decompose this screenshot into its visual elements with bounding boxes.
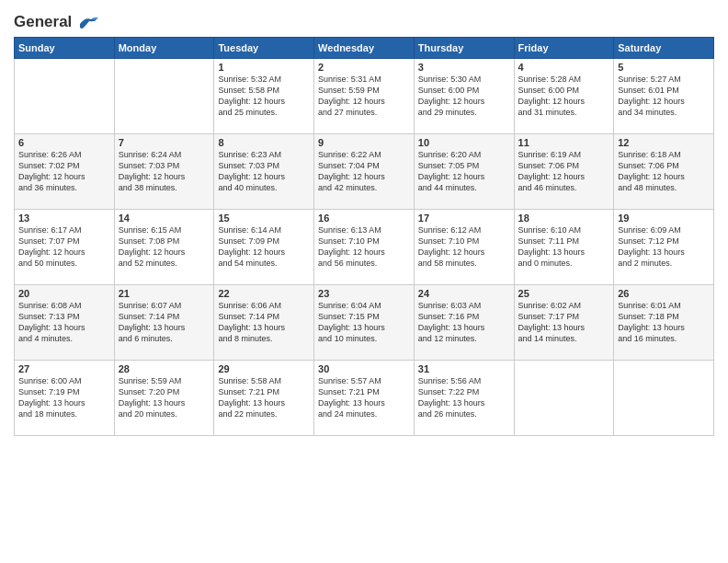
day-number: 27 (18, 363, 110, 374)
header: General (14, 9, 714, 31)
day-cell: 15Sunrise: 6:14 AM Sunset: 7:09 PM Dayli… (214, 209, 314, 284)
day-cell: 2Sunrise: 5:31 AM Sunset: 5:59 PM Daylig… (314, 58, 415, 133)
day-cell: 7Sunrise: 6:24 AM Sunset: 7:03 PM Daylig… (114, 133, 214, 209)
day-number: 19 (618, 213, 710, 224)
day-number: 31 (418, 363, 510, 374)
day-info: Sunrise: 5:27 AM Sunset: 6:01 PM Dayligh… (618, 74, 710, 119)
day-info: Sunrise: 6:24 AM Sunset: 7:03 PM Dayligh… (119, 149, 210, 194)
day-number: 9 (318, 137, 410, 148)
day-cell (614, 360, 714, 435)
day-header-friday: Friday (514, 37, 614, 58)
day-cell (15, 58, 115, 133)
day-cell: 22Sunrise: 6:06 AM Sunset: 7:14 PM Dayli… (214, 284, 314, 360)
day-number: 17 (418, 213, 510, 224)
calendar-header: SundayMondayTuesdayWednesdayThursdayFrid… (15, 37, 714, 58)
day-header-thursday: Thursday (414, 37, 514, 58)
day-cell: 6Sunrise: 6:26 AM Sunset: 7:02 PM Daylig… (15, 133, 115, 209)
day-cell: 20Sunrise: 6:08 AM Sunset: 7:13 PM Dayli… (15, 284, 115, 360)
day-info: Sunrise: 6:17 AM Sunset: 7:07 PM Dayligh… (18, 224, 110, 270)
day-info: Sunrise: 6:08 AM Sunset: 7:13 PM Dayligh… (18, 300, 110, 345)
calendar-table: SundayMondayTuesdayWednesdayThursdayFrid… (14, 37, 714, 436)
week-row-2: 6Sunrise: 6:26 AM Sunset: 7:02 PM Daylig… (15, 133, 714, 209)
logo-text: General (14, 13, 98, 31)
day-cell: 9Sunrise: 6:22 AM Sunset: 7:04 PM Daylig… (314, 133, 415, 209)
day-number: 26 (618, 288, 710, 299)
day-cell: 14Sunrise: 6:15 AM Sunset: 7:08 PM Dayli… (114, 209, 214, 284)
day-cell: 23Sunrise: 6:04 AM Sunset: 7:15 PM Dayli… (314, 284, 415, 360)
day-number: 11 (518, 137, 610, 148)
day-info: Sunrise: 6:18 AM Sunset: 7:06 PM Dayligh… (618, 149, 710, 194)
day-cell: 10Sunrise: 6:20 AM Sunset: 7:05 PM Dayli… (414, 133, 514, 209)
day-cell: 1Sunrise: 5:32 AM Sunset: 5:58 PM Daylig… (214, 58, 314, 133)
day-cell: 18Sunrise: 6:10 AM Sunset: 7:11 PM Dayli… (514, 209, 614, 284)
day-info: Sunrise: 6:07 AM Sunset: 7:14 PM Dayligh… (119, 300, 210, 345)
day-number: 24 (418, 288, 510, 299)
day-info: Sunrise: 6:23 AM Sunset: 7:03 PM Dayligh… (218, 149, 310, 194)
day-cell: 8Sunrise: 6:23 AM Sunset: 7:03 PM Daylig… (214, 133, 314, 209)
day-info: Sunrise: 6:09 AM Sunset: 7:12 PM Dayligh… (618, 224, 710, 270)
day-number: 21 (119, 288, 210, 299)
day-info: Sunrise: 6:12 AM Sunset: 7:10 PM Dayligh… (418, 224, 510, 270)
day-header-sunday: Sunday (15, 37, 115, 58)
day-number: 22 (218, 288, 310, 299)
day-info: Sunrise: 6:22 AM Sunset: 7:04 PM Dayligh… (318, 149, 410, 194)
day-cell: 27Sunrise: 6:00 AM Sunset: 7:19 PM Dayli… (15, 360, 115, 435)
day-cell: 16Sunrise: 6:13 AM Sunset: 7:10 PM Dayli… (314, 209, 415, 284)
day-cell: 31Sunrise: 5:56 AM Sunset: 7:22 PM Dayli… (414, 360, 514, 435)
day-info: Sunrise: 6:19 AM Sunset: 7:06 PM Dayligh… (518, 149, 610, 194)
day-number: 25 (518, 288, 610, 299)
day-number: 10 (418, 137, 510, 148)
week-row-1: 1Sunrise: 5:32 AM Sunset: 5:58 PM Daylig… (15, 58, 714, 133)
day-number: 7 (119, 137, 210, 148)
day-number: 14 (119, 213, 210, 224)
day-header-wednesday: Wednesday (314, 37, 415, 58)
day-cell (114, 58, 214, 133)
day-cell: 19Sunrise: 6:09 AM Sunset: 7:12 PM Dayli… (614, 209, 714, 284)
logo-bird-icon (78, 15, 98, 31)
day-number: 3 (418, 62, 510, 73)
week-row-5: 27Sunrise: 6:00 AM Sunset: 7:19 PM Dayli… (15, 360, 714, 435)
day-number: 23 (318, 288, 410, 299)
day-header-tuesday: Tuesday (214, 37, 314, 58)
day-cell: 21Sunrise: 6:07 AM Sunset: 7:14 PM Dayli… (114, 284, 214, 360)
day-cell: 11Sunrise: 6:19 AM Sunset: 7:06 PM Dayli… (514, 133, 614, 209)
day-number: 29 (218, 363, 310, 374)
day-cell: 30Sunrise: 5:57 AM Sunset: 7:21 PM Dayli… (314, 360, 415, 435)
day-info: Sunrise: 6:06 AM Sunset: 7:14 PM Dayligh… (218, 300, 310, 345)
day-cell: 25Sunrise: 6:02 AM Sunset: 7:17 PM Dayli… (514, 284, 614, 360)
week-row-4: 20Sunrise: 6:08 AM Sunset: 7:13 PM Dayli… (15, 284, 714, 360)
day-info: Sunrise: 6:01 AM Sunset: 7:18 PM Dayligh… (618, 300, 710, 345)
day-cell: 5Sunrise: 5:27 AM Sunset: 6:01 PM Daylig… (614, 58, 714, 133)
day-number: 18 (518, 213, 610, 224)
day-info: Sunrise: 5:56 AM Sunset: 7:22 PM Dayligh… (418, 375, 510, 420)
day-info: Sunrise: 5:31 AM Sunset: 5:59 PM Dayligh… (318, 74, 410, 119)
day-number: 15 (218, 213, 310, 224)
day-number: 6 (18, 137, 110, 148)
day-number: 2 (318, 62, 410, 73)
day-number: 1 (218, 62, 310, 73)
day-info: Sunrise: 6:14 AM Sunset: 7:09 PM Dayligh… (218, 224, 310, 270)
day-info: Sunrise: 6:04 AM Sunset: 7:15 PM Dayligh… (318, 300, 410, 345)
day-info: Sunrise: 6:13 AM Sunset: 7:10 PM Dayligh… (318, 224, 410, 270)
day-info: Sunrise: 6:26 AM Sunset: 7:02 PM Dayligh… (18, 149, 110, 194)
day-header-monday: Monday (114, 37, 214, 58)
logo: General (14, 13, 98, 31)
day-info: Sunrise: 6:10 AM Sunset: 7:11 PM Dayligh… (518, 224, 610, 270)
day-info: Sunrise: 6:00 AM Sunset: 7:19 PM Dayligh… (18, 375, 110, 420)
day-number: 13 (18, 213, 110, 224)
day-number: 20 (18, 288, 110, 299)
week-row-3: 13Sunrise: 6:17 AM Sunset: 7:07 PM Dayli… (15, 209, 714, 284)
day-info: Sunrise: 5:57 AM Sunset: 7:21 PM Dayligh… (318, 375, 410, 420)
day-cell: 29Sunrise: 5:58 AM Sunset: 7:21 PM Dayli… (214, 360, 314, 435)
day-cell: 26Sunrise: 6:01 AM Sunset: 7:18 PM Dayli… (614, 284, 714, 360)
day-cell: 3Sunrise: 5:30 AM Sunset: 6:00 PM Daylig… (414, 58, 514, 133)
day-number: 5 (618, 62, 710, 73)
day-info: Sunrise: 6:15 AM Sunset: 7:08 PM Dayligh… (119, 224, 210, 270)
day-cell: 13Sunrise: 6:17 AM Sunset: 7:07 PM Dayli… (15, 209, 115, 284)
day-number: 4 (518, 62, 610, 73)
day-info: Sunrise: 6:20 AM Sunset: 7:05 PM Dayligh… (418, 149, 510, 194)
day-cell: 4Sunrise: 5:28 AM Sunset: 6:00 PM Daylig… (514, 58, 614, 133)
day-cell: 24Sunrise: 6:03 AM Sunset: 7:16 PM Dayli… (414, 284, 514, 360)
calendar-page: General SundayMondayTuesdayWednesdayThur… (0, 0, 728, 445)
day-cell: 12Sunrise: 6:18 AM Sunset: 7:06 PM Dayli… (614, 133, 714, 209)
